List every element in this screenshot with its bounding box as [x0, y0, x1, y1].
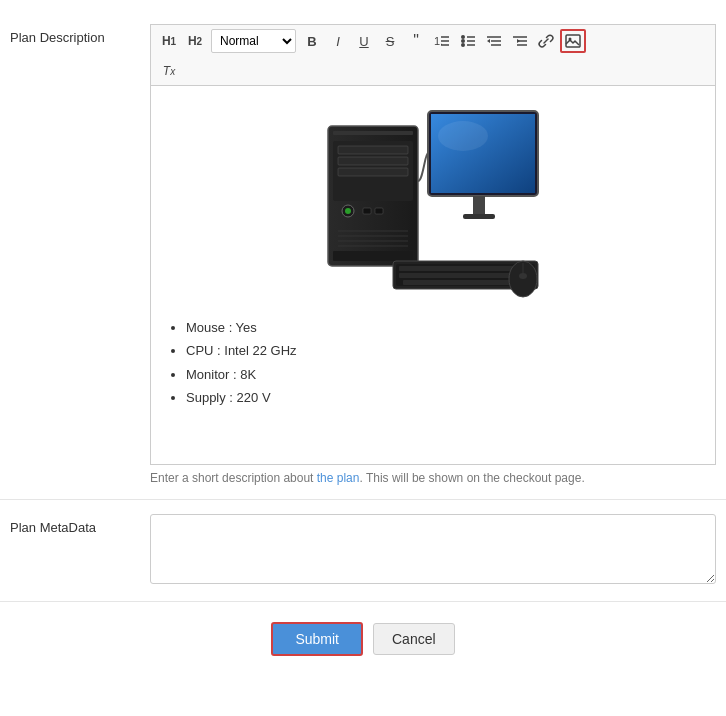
list-item: Supply : 220 V — [186, 386, 700, 409]
computer-svg — [323, 101, 543, 301]
indent-left-button[interactable] — [482, 29, 506, 53]
editor-toolbar-row2: Tx — [150, 57, 716, 85]
list-item: Mouse : Yes — [186, 316, 700, 339]
svg-point-23 — [438, 121, 488, 151]
unordered-list-button[interactable] — [456, 29, 480, 53]
cancel-button[interactable]: Cancel — [373, 623, 455, 655]
list-item: Monitor : 8K — [186, 363, 700, 386]
h2-button[interactable]: H2 — [183, 29, 207, 53]
image-button[interactable] — [560, 29, 586, 53]
description-list: Mouse : Yes CPU : Intel 22 GHz Monitor :… — [166, 316, 700, 410]
svg-point-48 — [519, 273, 527, 279]
svg-rect-30 — [338, 157, 408, 165]
computer-image-container — [166, 101, 700, 301]
clear-format-button[interactable]: Tx — [157, 59, 181, 83]
svg-point-4 — [461, 35, 465, 39]
svg-marker-17 — [517, 39, 520, 43]
italic-button[interactable]: I — [326, 29, 350, 53]
metadata-textarea[interactable] — [150, 514, 716, 584]
format-select[interactable]: Normal Heading 1 Heading 2 Heading 3 — [211, 29, 296, 53]
editor-hint: Enter a short description about the plan… — [150, 471, 716, 485]
indent-right-button[interactable] — [508, 29, 532, 53]
svg-rect-25 — [463, 214, 495, 219]
plan-metadata-field — [150, 514, 716, 587]
svg-rect-24 — [473, 196, 485, 214]
plan-metadata-row: Plan MetaData — [0, 500, 726, 602]
list-item: CPU : Intel 22 GHz — [186, 339, 700, 362]
link-button[interactable] — [534, 29, 558, 53]
submit-button[interactable]: Submit — [271, 622, 363, 656]
strikethrough-button[interactable]: S — [378, 29, 402, 53]
plan-description-row: Plan Description H1 H2 Normal Heading 1 … — [0, 10, 726, 500]
svg-rect-36 — [333, 251, 413, 261]
svg-rect-35 — [375, 208, 383, 214]
bold-button[interactable]: B — [300, 29, 324, 53]
plan-description-field: H1 H2 Normal Heading 1 Heading 2 Heading… — [150, 24, 716, 485]
svg-rect-31 — [338, 168, 408, 176]
plan-metadata-label: Plan MetaData — [10, 514, 150, 535]
form-footer: Submit Cancel — [0, 602, 726, 676]
svg-point-33 — [345, 208, 351, 214]
editor-toolbar-row1: H1 H2 Normal Heading 1 Heading 2 Heading… — [150, 24, 716, 57]
h1-button[interactable]: H1 — [157, 29, 181, 53]
svg-point-5 — [461, 39, 465, 43]
svg-rect-29 — [338, 146, 408, 154]
svg-rect-27 — [333, 131, 413, 135]
hint-link[interactable]: the plan — [317, 471, 360, 485]
editor-content-area[interactable]: Mouse : Yes CPU : Intel 22 GHz Monitor :… — [150, 85, 716, 465]
svg-rect-34 — [363, 208, 371, 214]
underline-button[interactable]: U — [352, 29, 376, 53]
ordered-list-button[interactable]: 1. — [430, 29, 454, 53]
svg-marker-13 — [487, 39, 490, 43]
plan-description-label: Plan Description — [10, 24, 150, 45]
svg-point-6 — [461, 43, 465, 47]
blockquote-button[interactable]: " — [404, 29, 428, 53]
